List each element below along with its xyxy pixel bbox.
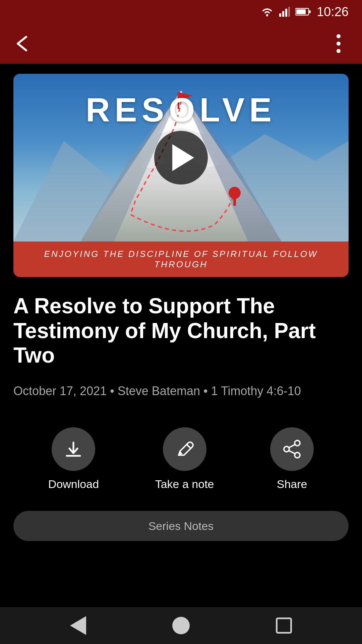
share-button[interactable]: Share (270, 427, 314, 491)
share-icon (282, 439, 302, 459)
svg-point-0 (266, 14, 268, 16)
nav-recents-icon (276, 618, 292, 634)
back-button[interactable] (13, 34, 34, 54)
series-name: RESOLVE (86, 91, 276, 128)
nav-back-button[interactable] (65, 612, 92, 639)
nav-home-icon (172, 617, 190, 634)
svg-rect-4 (288, 7, 290, 17)
note-icon-circle (163, 427, 206, 471)
play-button[interactable] (154, 131, 208, 184)
take-note-button[interactable]: Take a note (155, 427, 214, 491)
svg-rect-1 (279, 13, 281, 17)
svg-point-10 (337, 49, 341, 53)
nav-home-button[interactable] (168, 612, 194, 639)
sermon-info: A Resolve to Support The Testimony of My… (0, 277, 362, 411)
download-icon-circle (52, 427, 95, 471)
action-buttons: Download Take a note Share (0, 411, 362, 504)
sermon-title: A Resolve to Support The Testimony of My… (13, 294, 349, 368)
download-button[interactable]: Download (48, 427, 99, 491)
more-options-button[interactable] (328, 34, 349, 54)
battery-icon (295, 7, 311, 16)
status-icons: 10:26 (260, 5, 349, 19)
svg-rect-6 (309, 10, 311, 13)
svg-point-8 (337, 34, 341, 38)
svg-rect-7 (296, 9, 306, 14)
sermon-meta: October 17, 2021 • Steve Bateman • 1 Tim… (13, 381, 349, 401)
download-label: Download (48, 478, 99, 491)
partial-bottom-button[interactable]: Series Notes (13, 511, 349, 541)
svg-rect-3 (285, 9, 287, 17)
share-icon-circle (270, 427, 314, 471)
pencil-icon (175, 439, 195, 459)
nav-back-icon (70, 616, 86, 635)
sermon-card: RESOLVE Enjoying the Discipline of Spiri… (13, 74, 349, 277)
bottom-nav (0, 607, 362, 644)
signal-icon (279, 7, 290, 17)
note-label: Take a note (155, 478, 214, 491)
top-nav (0, 23, 362, 64)
sermon-image: RESOLVE (13, 74, 349, 241)
status-time: 10:26 (317, 5, 349, 19)
svg-rect-2 (282, 11, 284, 17)
status-bar: 10:26 (0, 0, 362, 23)
partial-button-text: Series Notes (148, 520, 214, 533)
sermon-subtitle: Enjoying the Discipline of Spiritual Fol… (13, 241, 349, 277)
nav-recents-button[interactable] (270, 612, 297, 639)
svg-point-9 (337, 42, 341, 46)
wifi-icon (260, 7, 274, 17)
play-triangle-icon (172, 144, 194, 171)
share-label: Share (277, 478, 307, 491)
download-icon (63, 439, 83, 459)
